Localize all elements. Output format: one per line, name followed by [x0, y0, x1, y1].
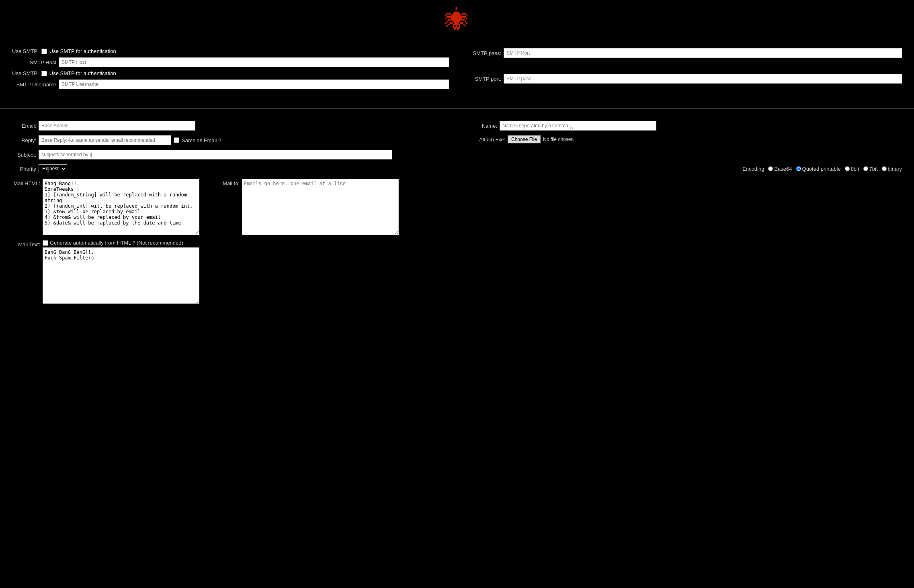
priority-container: Priority Highest High Normal Low Lowest — [12, 164, 67, 173]
encoding-qp-radio[interactable] — [796, 166, 801, 171]
smtp-port-row: SMTP port: — [465, 74, 902, 84]
smtp-username-input[interactable] — [59, 80, 449, 89]
priority-encoding-row: Priority Highest High Normal Low Lowest … — [12, 164, 902, 173]
smtp-host-input[interactable] — [59, 57, 449, 67]
smtp-auth-label1: Use SMTP for authentication — [49, 48, 116, 54]
email-name-row: Email: Name: — [12, 121, 902, 131]
name-field-row: Name: — [465, 121, 902, 131]
smtp-port-input[interactable] — [504, 74, 902, 84]
smtp-checkbox1[interactable] — [41, 49, 47, 54]
encoding-qp-option: Quoted printable — [796, 166, 841, 172]
smtp-port-label: SMTP port: — [465, 76, 501, 82]
subject-label: Subject: — [12, 152, 36, 158]
smtp-section: Use SMTP Use SMTP for authentication SMT… — [0, 44, 914, 100]
mail-to-container: Mail to: — [199, 179, 399, 235]
priority-select[interactable]: Highest High Normal Low Lowest — [39, 164, 67, 173]
encoding-7bit-radio[interactable] — [863, 166, 868, 171]
encoding-base64-option: Base64 — [768, 166, 792, 172]
email-input[interactable] — [39, 121, 195, 131]
auto-generate-row: Generate automatically from HTML ? (Not … — [43, 240, 199, 246]
attach-label: Attach File: — [473, 137, 505, 143]
smtp-use-row2: Use SMTP Use SMTP for authentication — [12, 70, 449, 76]
mail-html-to-row: Mail HTML: Bang Bang!!. SomeTweaks : 1) … — [12, 179, 902, 235]
mail-to-label: Mail to: — [215, 179, 240, 186]
attach-col: Attach File: Choose File No file chosen — [449, 135, 902, 145]
reply-attach-row: Reply: Same as Email ? Attach File: Choo… — [12, 135, 902, 145]
mail-html-label: Mail HTML: — [12, 179, 40, 186]
smtp-checkbox2[interactable] — [41, 71, 47, 76]
same-as-email-label: Same as Email ? — [182, 137, 221, 143]
encoding-qp-label: Quoted printable — [802, 166, 841, 172]
encoding-label: Encoding — [742, 166, 764, 172]
smtp-host-row: SMTP Host — [12, 57, 449, 67]
reply-col: Reply: Same as Email ? — [12, 135, 449, 145]
attach-field-row: Attach File: Choose File No file chosen — [465, 135, 902, 143]
smtp-left-col: Use SMTP Use SMTP for authentication SMT… — [12, 48, 449, 92]
reply-label: Reply: — [12, 137, 36, 143]
email-label: Email: — [12, 123, 36, 129]
mail-to-textarea[interactable] — [242, 179, 399, 235]
encoding-7bit-label: 7bit — [869, 166, 878, 172]
name-input[interactable] — [500, 121, 656, 131]
name-label: Name: — [473, 123, 497, 129]
encoding-8bit-radio[interactable] — [845, 166, 850, 171]
smtp-use-label2: Use SMTP — [12, 70, 37, 76]
reply-field-row: Reply: Same as Email ? — [12, 135, 449, 145]
smtp-right-col: SMTP pass: SMTP port: — [449, 48, 902, 92]
smtp-pass-label: SMTP pass: — [465, 50, 501, 56]
encoding-binary-option: binary — [882, 166, 902, 172]
subject-row-container: Subject: — [12, 150, 902, 159]
header: 🕷 — [0, 0, 914, 44]
auto-generate-label: Generate automatically from HTML ? (Not … — [50, 240, 183, 246]
main-form: Email: Name: Reply: Same as Email ? Atta… — [0, 117, 914, 312]
name-col: Name: — [449, 121, 902, 131]
smtp-use-label1: Use SMTP — [12, 48, 37, 54]
smtp-username-row: SMTP Username — [12, 80, 449, 89]
same-as-email-checkbox[interactable] — [174, 137, 179, 143]
encoding-container: Encoding Base64 Quoted printable 8bit 7b… — [742, 166, 902, 172]
email-field-row: Email: — [12, 121, 449, 131]
mail-text-textarea[interactable]: BanG BanG BanG!!. Fuck Spam Filters — [43, 247, 199, 304]
reply-input[interactable] — [39, 135, 171, 145]
mail-text-label: Mail Text: — [12, 240, 40, 247]
encoding-binary-label: binary — [888, 166, 902, 172]
email-col: Email: — [12, 121, 449, 131]
smtp-pass-input[interactable] — [504, 48, 902, 58]
priority-label: Priority — [12, 166, 36, 172]
encoding-7bit-option: 7bit — [863, 166, 878, 172]
encoding-8bit-option: 8bit — [845, 166, 859, 172]
mail-html-textarea[interactable]: Bang Bang!!. SomeTweaks : 1) [random_str… — [43, 179, 199, 235]
smtp-pass-row: SMTP pass: — [465, 48, 902, 58]
encoding-base64-label: Base64 — [774, 166, 792, 172]
smtp-host-label: SMTP Host — [12, 59, 56, 65]
subject-input[interactable] — [39, 150, 392, 159]
section-divider — [0, 108, 914, 109]
no-file-text: No file chosen — [543, 137, 574, 142]
smtp-username-label: SMTP Username — [12, 82, 56, 88]
encoding-8bit-label: 8bit — [851, 166, 859, 172]
smtp-use-row1: Use SMTP Use SMTP for authentication — [12, 48, 449, 54]
mail-html-container: Mail HTML: Bang Bang!!. SomeTweaks : 1) … — [12, 179, 199, 235]
mail-text-inner: Generate automatically from HTML ? (Not … — [43, 240, 199, 304]
spider-icon: 🕷 — [445, 8, 469, 32]
mail-text-row: Mail Text: Generate automatically from H… — [12, 240, 902, 304]
encoding-binary-radio[interactable] — [882, 166, 887, 171]
auto-generate-checkbox[interactable] — [43, 240, 48, 246]
choose-file-button[interactable]: Choose File — [508, 135, 541, 143]
smtp-auth-label2: Use SMTP for authentication — [49, 70, 116, 76]
subject-row: Subject: — [12, 150, 902, 159]
encoding-base64-radio[interactable] — [768, 166, 773, 171]
